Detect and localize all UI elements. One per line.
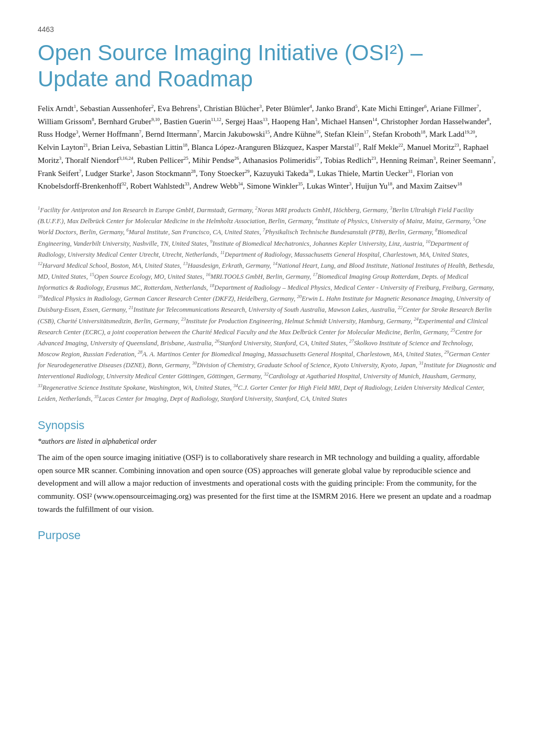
synopsis-title: Synopsis [38, 419, 496, 432]
synopsis-subtitle: *authors are listed in alphabetical orde… [38, 437, 496, 446]
page-number: 4463 [38, 25, 496, 34]
synopsis-body: The aim of the open source imaging initi… [38, 451, 496, 516]
purpose-title: Purpose [38, 529, 496, 542]
affiliations-block: 1Facility for Antiproton and Ion Researc… [38, 204, 496, 404]
paper-title: Open Source Imaging Initiative (OSI²) –U… [38, 40, 496, 93]
authors-block: Felix Arndt1, Sebastian Aussenhofer2, Ev… [38, 102, 496, 193]
